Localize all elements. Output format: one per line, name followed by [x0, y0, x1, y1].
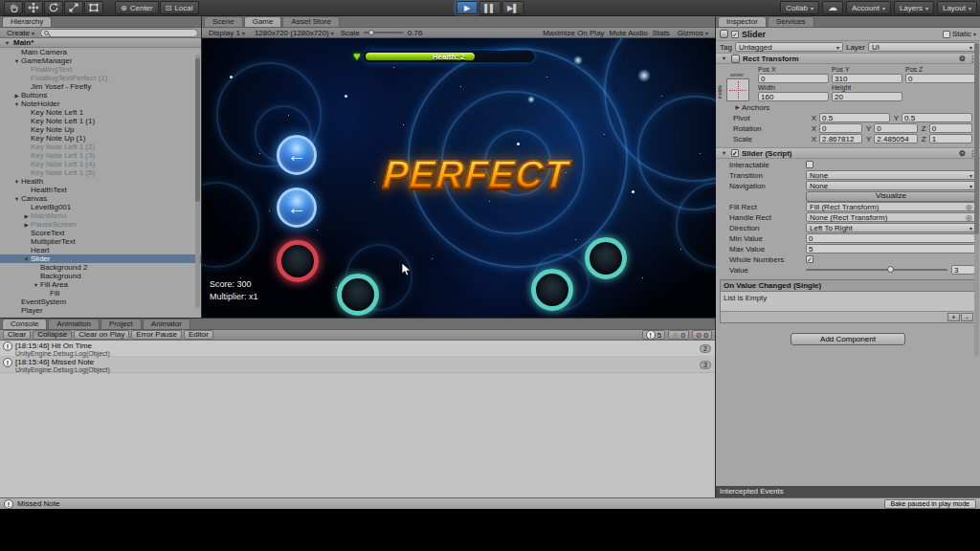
scrollbar-thumb[interactable]: [195, 58, 200, 202]
account-dropdown[interactable]: Account ▾: [846, 1, 891, 14]
layer-dropdown[interactable]: UI ▾: [868, 42, 976, 52]
note-circle-teal-3[interactable]: [585, 237, 627, 279]
note-circle-teal-2[interactable]: [531, 269, 573, 311]
object-picker-icon[interactable]: ◎: [966, 203, 972, 211]
note-circle-teal-1[interactable]: [337, 274, 379, 316]
object-field[interactable]: None (Rect Transform)◎: [806, 212, 976, 222]
hierarchy-item-gamemanager[interactable]: ▼GameManager: [0, 56, 201, 65]
maximize-on-play-toggle[interactable]: Maximize On Play: [543, 29, 604, 37]
warning-count-toggle[interactable]: ⚠ 0: [668, 330, 689, 340]
slider-script-header[interactable]: ▼ ✓ Slider (Script) ⚙ ⋮: [716, 147, 980, 159]
hierarchy-item-key-note-left-1-3[interactable]: Key Note Left 1 (3): [0, 151, 201, 160]
hierarchy-item-background-2[interactable]: Background 2: [0, 263, 201, 272]
foldout-open-icon[interactable]: ▼: [3, 40, 11, 46]
foldout-open-icon[interactable]: ▼: [12, 179, 21, 185]
error-count-toggle[interactable]: ⊘ 0: [692, 330, 712, 340]
hierarchy-scrollbar[interactable]: [195, 55, 200, 308]
scale-z-field[interactable]: 1: [929, 134, 972, 143]
static-checkbox[interactable]: [943, 31, 950, 38]
resolution-dropdown[interactable]: 1280x720 (1280x720) ▾: [252, 29, 337, 37]
object-field[interactable]: Fill (Rect Transform)◎: [806, 202, 976, 211]
foldout-closed-icon[interactable]: ▶: [22, 213, 31, 219]
console-log-entry[interactable]: ![18:15:46] Missed NoteUnityEngine.Debug…: [0, 357, 715, 373]
foldout-open-icon[interactable]: ▼: [22, 256, 31, 262]
rotate-tool-button[interactable]: [44, 1, 63, 14]
hierarchy-item-noteholder[interactable]: ▼NoteHolder: [0, 99, 201, 108]
hierarchy-item-jim-yosef-firefly[interactable]: Jim Yosef - Firefly: [0, 82, 201, 91]
scale-y-field[interactable]: 2.485054: [874, 134, 917, 143]
status-bar[interactable]: ! Missed Note Bake paused in play mode: [0, 497, 980, 509]
scrollbar-thumb[interactable]: [974, 43, 979, 234]
checkbox[interactable]: ✓: [806, 255, 813, 263]
pos-x-field[interactable]: 0: [758, 74, 829, 83]
foldout-open-icon[interactable]: ▼: [12, 196, 21, 202]
rotation-z-field[interactable]: 0: [929, 123, 972, 133]
pivot-y-field[interactable]: 0.5: [902, 113, 972, 122]
dropdown[interactable]: None▾: [806, 181, 976, 190]
hierarchy-item-buttons[interactable]: ▶Buttons: [0, 91, 201, 99]
hierarchy-item-floatingtextperfect-1[interactable]: FloatingTextPerfect (1): [0, 74, 201, 82]
hierarchy-item-scoretext[interactable]: ScoreText: [0, 229, 201, 237]
number-field[interactable]: 0: [806, 233, 976, 243]
hierarchy-item-slider[interactable]: ▼Slider: [0, 254, 201, 263]
anchor-preset-box[interactable]: [726, 78, 749, 101]
component-enabled-checkbox[interactable]: ✓: [731, 149, 739, 157]
tab-animation[interactable]: Animation: [48, 319, 100, 329]
tab-asset-store[interactable]: Asset Store: [282, 16, 339, 27]
collapse-toggle[interactable]: Collapse: [33, 330, 72, 340]
scale-slider[interactable]: [364, 32, 404, 33]
foldout-open-icon[interactable]: ▼: [12, 101, 21, 107]
tab-scene[interactable]: Scene: [204, 16, 243, 27]
error-pause-toggle[interactable]: Error Pause: [131, 330, 182, 340]
pivot-x-field[interactable]: 0.5: [819, 113, 890, 122]
dropdown[interactable]: None▾: [806, 170, 976, 180]
value-field[interactable]: 3: [951, 265, 976, 275]
foldout-open-icon[interactable]: ▼: [12, 58, 21, 64]
cloud-services-button[interactable]: ☁: [822, 1, 843, 14]
pivot-center-button[interactable]: ⊕ Center: [115, 1, 159, 14]
mute-audio-toggle[interactable]: Mute Audio: [610, 29, 648, 37]
foldout-closed-icon[interactable]: ▶: [12, 93, 21, 99]
tab-game[interactable]: Game: [244, 16, 282, 27]
tag-dropdown[interactable]: Untagged ▾: [735, 42, 843, 52]
pos-z-field[interactable]: 0: [905, 74, 976, 83]
width-field[interactable]: 160: [758, 92, 829, 101]
hierarchy-item-key-note-left-1-4[interactable]: Key Note Left 1 (4): [0, 160, 201, 168]
height-field[interactable]: 20: [832, 92, 902, 101]
number-field[interactable]: 5: [806, 244, 976, 253]
tab-inspector[interactable]: Inspector: [718, 16, 767, 27]
hierarchy-item-multipliertext[interactable]: MultiplierText: [0, 237, 201, 246]
hierarchy-item-player[interactable]: Player: [0, 306, 201, 315]
rotation-y-field[interactable]: 0: [874, 123, 917, 133]
tab-services[interactable]: Services: [768, 16, 814, 27]
object-picker-icon[interactable]: ◎: [966, 213, 972, 222]
add-component-button[interactable]: Add Component: [791, 333, 905, 345]
hand-tool-button[interactable]: [4, 1, 23, 14]
rect-transform-header[interactable]: ▼ Rect Transform ⚙ ⋮: [716, 53, 980, 64]
visualize-button[interactable]: Visualize: [806, 191, 976, 202]
display-dropdown[interactable]: Display 1 ▾: [206, 29, 248, 37]
note-circle-red[interactable]: [277, 240, 319, 282]
hierarchy-item-key-note-up[interactable]: Key Note Up: [0, 125, 201, 134]
hierarchy-item-canvas[interactable]: ▼Canvas: [0, 194, 201, 203]
foldout-open-icon[interactable]: ▼: [720, 55, 728, 61]
tab-animator[interactable]: Animator: [143, 319, 190, 329]
hierarchy-item-healthtext[interactable]: HealthText: [0, 186, 201, 194]
remove-event-button[interactable]: -: [961, 313, 973, 321]
layout-dropdown[interactable]: Layout ▾: [937, 1, 977, 14]
foldout-open-icon[interactable]: ▼: [720, 150, 728, 156]
bake-paused-button[interactable]: Bake paused in play mode: [884, 499, 977, 509]
hierarchy-item-health[interactable]: ▼Health: [0, 177, 201, 186]
layers-dropdown[interactable]: Layers ▾: [894, 1, 934, 14]
tab-console[interactable]: Console: [2, 319, 47, 329]
active-checkbox[interactable]: ✓: [731, 31, 739, 38]
hierarchy-item-key-note-up-1[interactable]: Key Note Up (1): [0, 134, 201, 143]
hierarchy-item-floatingtext[interactable]: FloatingText: [0, 65, 201, 74]
scale-x-field[interactable]: 2.867812: [819, 134, 862, 143]
foldout-open-icon[interactable]: ▼: [32, 282, 40, 288]
game-render-area[interactable]: ♥ Health: 2 ← ← PERFECT Score: 300 Multi…: [202, 38, 716, 318]
gizmos-dropdown[interactable]: Gizmos ▾: [675, 29, 711, 37]
gameobject-name[interactable]: Slider: [742, 30, 766, 39]
scene-header-row[interactable]: ▼ Main*: [0, 38, 201, 48]
create-dropdown[interactable]: Create ▾: [3, 29, 38, 37]
